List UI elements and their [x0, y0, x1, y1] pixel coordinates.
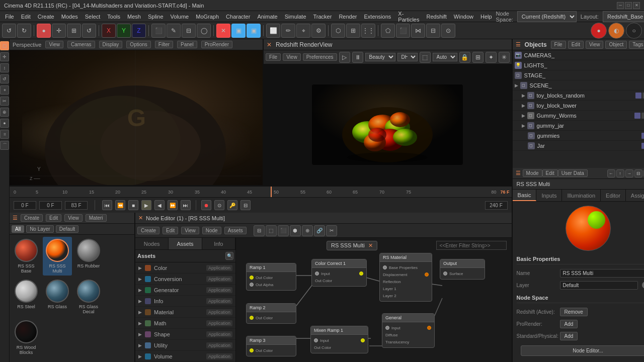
menu-xparticles[interactable]: X-Particles	[395, 10, 422, 24]
render-content[interactable]	[264, 64, 512, 185]
redo-btn[interactable]: ↻	[17, 24, 31, 38]
ne-create-menu[interactable]: Create	[137, 227, 159, 234]
lasso-btn[interactable]: ⬠	[381, 24, 395, 38]
ns-row-info[interactable]: ▶ Info Application	[135, 296, 235, 307]
extra-btn[interactable]: ⊙	[441, 24, 455, 38]
prop-tab-inputs[interactable]: Inputs	[536, 190, 562, 201]
node-ramp-1-out-2[interactable]	[250, 283, 254, 287]
prop-tab-assign[interactable]: Assign	[626, 190, 644, 201]
node-ramp-2[interactable]: Ramp 2 Out Color	[246, 303, 296, 324]
props-back-btn[interactable]: ←	[607, 169, 615, 177]
sidebar-icon-paint[interactable]: ●	[0, 119, 9, 128]
obj-toy-blocks-random[interactable]: ▶ ◻ toy_blocks_random	[513, 90, 644, 101]
cameras-menu[interactable]: Cameras	[67, 41, 95, 48]
mat-menu-icon[interactable]: ☰	[13, 215, 18, 221]
obj-view-menu[interactable]: View	[586, 41, 604, 49]
node-space-select[interactable]: Current (Redshift)	[517, 11, 577, 22]
material-rs-glass-decal[interactable]: RS Glass Decal	[74, 278, 103, 316]
go-start-btn[interactable]: ⏮	[102, 200, 112, 210]
live-select-btn[interactable]: ●	[37, 24, 51, 38]
props-edit-menu[interactable]: Edit	[542, 169, 558, 177]
node-output[interactable]: Output Surface	[440, 259, 485, 280]
ramp3-out-1[interactable]	[250, 348, 254, 352]
arr3-btn[interactable]: ▣	[247, 24, 261, 38]
ne-btn-1[interactable]: ⊟	[254, 225, 265, 236]
ne-edit-menu[interactable]: Edit	[163, 227, 178, 234]
ramp2-out-1[interactable]	[250, 316, 254, 320]
canvas-clear-icon[interactable]: ✕	[368, 242, 373, 248]
ne-btn-7[interactable]: ✂	[326, 225, 337, 236]
obj-gummy-worms[interactable]: ▶ ◻ Gummy_Worms ✦	[513, 111, 644, 121]
menu-create[interactable]: Create	[35, 13, 57, 21]
render-region-btn[interactable]: ⬚	[420, 52, 431, 63]
cc1-in-1[interactable]	[315, 272, 319, 276]
cube2-btn[interactable]: ⬛	[396, 24, 410, 38]
ns-standard-btn[interactable]: Add	[560, 332, 578, 340]
menu-window[interactable]: Window	[451, 13, 476, 21]
current-frame-display[interactable]: 0 F	[14, 201, 36, 210]
render-star-btn[interactable]: ✳	[499, 52, 510, 63]
props-menu-icon[interactable]: ☰	[516, 170, 521, 176]
rs-btn-2[interactable]: ◐	[608, 23, 624, 39]
render-grid-btn[interactable]: ⊞	[472, 52, 484, 63]
start-frame-display[interactable]: 0 F	[39, 201, 62, 210]
menu-tools[interactable]: Tools	[104, 13, 123, 21]
mat-create-menu[interactable]: Create	[21, 214, 43, 222]
sidebar-icon-scale[interactable]: ↕	[0, 63, 9, 72]
rotate-btn[interactable]: ↺	[82, 24, 96, 38]
menu-character[interactable]: Character	[223, 13, 253, 21]
ns-tab-assets[interactable]: Assets	[169, 238, 202, 249]
menu-tracker[interactable]: Tracker	[310, 13, 335, 21]
ns-prorender-btn[interactable]: Add	[560, 320, 578, 328]
node-canvas[interactable]: RS SSS Multi ✕	[236, 238, 512, 362]
mixen-out-1[interactable]	[361, 338, 365, 342]
obj-lights[interactable]: 💡 LIGHTS_	[513, 60, 644, 70]
key-btn[interactable]: 🔑	[227, 200, 237, 210]
sidebar-icon-move[interactable]: ✛	[0, 52, 9, 61]
obj-jar[interactable]: ◻ Jar	[513, 141, 644, 151]
ns-row-material[interactable]: ▶ Material Application	[135, 307, 235, 318]
rs-mat-in-1[interactable]	[383, 265, 387, 269]
pen-btn[interactable]: ✎	[167, 24, 181, 38]
ne-btn-5[interactable]: ⊕	[302, 225, 313, 236]
material-rs-rubber[interactable]: RS Rubber	[74, 237, 103, 276]
mat-materi-menu[interactable]: Materi	[86, 214, 107, 222]
arr-btn[interactable]: ✕	[216, 24, 230, 38]
ns-row-utility[interactable]: ▶ Utility Application	[135, 340, 235, 351]
ne-btn-4[interactable]: ⬢	[290, 225, 301, 236]
node-editor-open-btn[interactable]: Node Editor...	[521, 345, 644, 356]
play-reverse-btn[interactable]: ◀	[154, 200, 165, 210]
menu-mograph[interactable]: MoGraph	[193, 13, 222, 21]
x-axis-btn[interactable]: X	[102, 24, 116, 38]
render-sparkle-btn[interactable]: ✦	[486, 52, 497, 63]
move-btn[interactable]: ✛	[52, 24, 66, 38]
props-userdata-menu[interactable]: User Data	[558, 169, 588, 177]
ne-btn-2[interactable]: ⬚	[266, 225, 277, 236]
scale-btn[interactable]: ⊞	[67, 24, 81, 38]
node-general[interactable]: General Input Diffuse	[382, 313, 435, 348]
node-rs-material[interactable]: RS Material Base Properties Displacement	[379, 253, 432, 302]
arr2-btn[interactable]: ▣	[231, 24, 246, 38]
general-out-1[interactable]	[427, 326, 431, 330]
maximize-btn[interactable]: □	[625, 2, 632, 9]
obj-cameras[interactable]: 📷 CAMERAS_	[513, 50, 644, 60]
assets-search-btn[interactable]: 🔍	[225, 252, 233, 260]
node-mixen-ramp-1[interactable]: Mixen Ramp 1 Input Out Color	[310, 326, 368, 353]
material-rs-sss-multi[interactable]: RS SSS Multi	[43, 237, 72, 276]
ne-node-menu[interactable]: Node	[202, 227, 221, 234]
menu-modes[interactable]: Modes	[58, 13, 81, 21]
props-copy-btn[interactable]: ⊟	[634, 169, 642, 177]
ns-row-shape[interactable]: ▶ Shape Application	[135, 329, 235, 340]
obj-object-menu[interactable]: Object	[605, 41, 627, 49]
ns-tab-nodes[interactable]: Nodes	[135, 238, 169, 249]
node-ramp-1-out-1[interactable]	[250, 276, 254, 280]
viewport3d-btn[interactable]: ⬜	[266, 24, 280, 38]
render-lock-btn[interactable]: 🔒	[459, 52, 470, 63]
menu-spline[interactable]: Spline	[145, 13, 167, 21]
auto-select[interactable]: Auto	[433, 53, 457, 61]
record-btn[interactable]: ⏺	[201, 200, 211, 210]
obj-gummy-jar[interactable]: ▶ ◻ gummy_jar	[513, 121, 644, 131]
ne-btn-6[interactable]: 🔗	[314, 225, 325, 236]
render-file-menu[interactable]: File	[266, 53, 281, 61]
mixen-in-1[interactable]	[314, 338, 318, 342]
